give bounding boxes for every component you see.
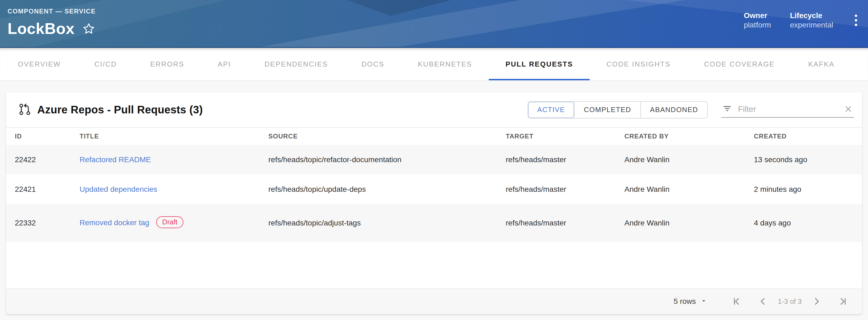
column-header-id: ID [6, 128, 71, 145]
tab-label: PULL REQUESTS [505, 60, 573, 68]
pr-title-link[interactable]: Refactored README [80, 155, 151, 164]
tab-kubernetes[interactable]: KUBERNETES [401, 48, 489, 80]
entity-kind-label: COMPONENT — SERVICE [7, 7, 96, 15]
filter-field [721, 102, 854, 118]
tab-label: DOCS [362, 60, 384, 68]
pr-source: refs/heads/topic/adjust-tags [259, 204, 497, 242]
tab-label: DEPENDENCIES [265, 60, 328, 68]
pr-id: 22332 [6, 204, 71, 242]
pr-id: 22421 [6, 175, 71, 204]
pr-created-by: Andre Wanlin [616, 145, 745, 175]
card-header: Azure Repos - Pull Requests (3) ACTIVE C… [6, 93, 862, 128]
tab-kafka[interactable]: KAFKA [792, 48, 851, 80]
table-row: 22421 Updated dependencies refs/heads/to… [6, 175, 862, 204]
kebab-menu-icon[interactable] [852, 12, 860, 28]
filter-input[interactable] [738, 105, 844, 114]
entity-tabs: OVERVIEW CI/CD ERRORS API DEPENDENCIES D… [0, 48, 868, 81]
tab-docs[interactable]: DOCS [345, 48, 401, 80]
abandoned-filter-button[interactable]: ABANDONED [641, 102, 707, 118]
pr-target: refs/heads/master [497, 204, 616, 242]
pr-status-button-group: ACTIVE COMPLETED ABANDONED [528, 101, 708, 118]
pr-id: 22422 [6, 145, 71, 175]
table-row: 22422 Refactored README refs/heads/topic… [6, 145, 862, 175]
chevron-right-icon[interactable] [809, 294, 824, 309]
tab-label: CODE COVERAGE [704, 60, 775, 68]
tab-label: ERRORS [150, 60, 184, 68]
rows-per-page-select[interactable]: 5 rows [674, 297, 707, 306]
tab-todos[interactable]: TODOS [851, 48, 868, 80]
tab-errors[interactable]: ERRORS [133, 48, 201, 80]
pr-source: refs/heads/topic/refactor-documentation [259, 145, 497, 175]
pr-created: 2 minutes ago [745, 175, 862, 204]
tab-label: OVERVIEW [18, 60, 61, 68]
pr-title-link[interactable]: Removed docker tag [80, 218, 149, 227]
star-outline-icon[interactable] [83, 22, 95, 35]
pr-target: refs/heads/master [497, 145, 616, 175]
owner-label: Owner [744, 11, 771, 20]
column-header-source: SOURCE [259, 128, 497, 145]
pr-created-by: Andre Wanlin [616, 175, 745, 204]
pagination-range: 1-3 of 3 [778, 297, 802, 306]
draft-badge: Draft [156, 216, 183, 228]
pull-requests-table: ID TITLE SOURCE TARGET CREATED BY CREATE… [6, 128, 862, 242]
column-header-title: TITLE [71, 128, 259, 145]
entity-header: COMPONENT — SERVICE LockBox Owner platfo… [0, 0, 868, 48]
chevron-down-icon [700, 297, 707, 306]
tab-label: KUBERNETES [418, 60, 472, 68]
tab-label: API [218, 60, 231, 68]
tab-ci-cd[interactable]: CI/CD [78, 48, 133, 80]
tab-dependencies[interactable]: DEPENDENCIES [248, 48, 345, 80]
pr-title-link[interactable]: Updated dependencies [80, 185, 157, 193]
owner-value: platform [744, 20, 771, 30]
active-filter-button[interactable]: ACTIVE [528, 102, 575, 118]
filter-list-icon [722, 104, 732, 114]
lifecycle-meta: Lifecycle experimental [790, 11, 833, 30]
table-header-row: ID TITLE SOURCE TARGET CREATED BY CREATE… [6, 128, 862, 145]
column-header-created-by: CREATED BY [616, 128, 745, 145]
completed-filter-button[interactable]: COMPLETED [575, 102, 641, 118]
pr-created-by: Andre Wanlin [616, 204, 745, 242]
pr-created: 13 seconds ago [745, 145, 862, 175]
table-empty-space [6, 242, 862, 288]
tab-api[interactable]: API [201, 48, 248, 80]
column-header-created: CREATED [745, 128, 862, 145]
tab-label: CODE INSIGHTS [607, 60, 671, 68]
pr-source: refs/heads/topic/update-deps [259, 175, 497, 204]
rows-per-page-label: 5 rows [674, 297, 695, 306]
pull-requests-card: Azure Repos - Pull Requests (3) ACTIVE C… [6, 93, 862, 314]
table-row: 22332 Removed docker tagDraft refs/heads… [6, 204, 862, 242]
pagination-bar: 5 rows 1-3 of 3 [6, 288, 862, 314]
lifecycle-label: Lifecycle [790, 11, 833, 20]
lifecycle-value: experimental [790, 20, 833, 30]
first-page-icon[interactable] [729, 294, 744, 309]
tab-pull-requests[interactable]: PULL REQUESTS [489, 48, 590, 80]
tab-code-insights[interactable]: CODE INSIGHTS [590, 48, 687, 80]
tab-label: CI/CD [94, 60, 117, 68]
page: COMPONENT — SERVICE LockBox Owner platfo… [0, 0, 868, 320]
column-header-target: TARGET [497, 128, 616, 145]
tab-code-coverage[interactable]: CODE COVERAGE [687, 48, 792, 80]
owner-meta: Owner platform [744, 11, 771, 30]
card-title: Azure Repos - Pull Requests (3) [37, 104, 203, 116]
tab-label: KAFKA [808, 60, 835, 68]
tab-overview[interactable]: OVERVIEW [1, 48, 78, 80]
chevron-left-icon[interactable] [755, 294, 771, 309]
last-page-icon[interactable] [835, 294, 851, 309]
git-pull-request-icon [18, 103, 31, 117]
pr-target: refs/heads/master [497, 175, 616, 204]
page-title: LockBox [7, 20, 74, 37]
close-icon[interactable] [844, 105, 853, 114]
pr-created: 4 days ago [745, 204, 862, 242]
